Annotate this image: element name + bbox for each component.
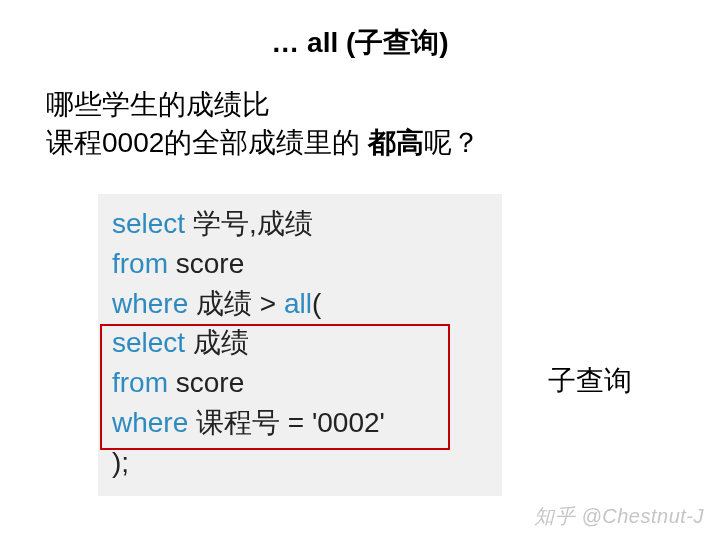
code-line-2: from score bbox=[112, 244, 488, 284]
keyword-from: from bbox=[112, 248, 168, 279]
keyword-where: where bbox=[112, 288, 188, 319]
code-text: score bbox=[168, 248, 244, 279]
code-text: 成绩 > bbox=[188, 288, 284, 319]
slide-title: … all (子查询) bbox=[0, 24, 720, 62]
question-line-2: 课程0002的全部成绩里的 都高呢？ bbox=[46, 124, 480, 162]
code-line-1: select 学号,成绩 bbox=[112, 204, 488, 244]
code-text: ( bbox=[312, 288, 321, 319]
code-text: 学号,成绩 bbox=[185, 208, 313, 239]
question-line-2-suffix: 呢？ bbox=[424, 127, 480, 158]
sql-code-block: select 学号,成绩 from score where 成绩 > all( … bbox=[98, 194, 502, 496]
keyword-where: where bbox=[112, 407, 188, 438]
code-line-7: ); bbox=[112, 443, 488, 483]
question-line-1: 哪些学生的成绩比 bbox=[46, 86, 480, 124]
code-text: 课程号 = '0002' bbox=[188, 407, 385, 438]
keyword-from: from bbox=[112, 367, 168, 398]
annotation-label: 子查询 bbox=[548, 362, 632, 400]
question-line-2-bold: 都高 bbox=[368, 127, 424, 158]
code-line-4: select 成绩 bbox=[112, 323, 488, 363]
code-text: 成绩 bbox=[185, 327, 249, 358]
code-line-6: where 课程号 = '0002' bbox=[112, 403, 488, 443]
keyword-select: select bbox=[112, 208, 185, 239]
question-text: 哪些学生的成绩比 课程0002的全部成绩里的 都高呢？ bbox=[46, 86, 480, 162]
code-line-3: where 成绩 > all( bbox=[112, 284, 488, 324]
keyword-select: select bbox=[112, 327, 185, 358]
watermark-text: 知乎 @Chestnut-J bbox=[534, 503, 704, 530]
code-line-5: from score bbox=[112, 363, 488, 403]
code-text: ); bbox=[112, 447, 129, 478]
question-line-2-prefix: 课程0002的全部成绩里的 bbox=[46, 127, 368, 158]
keyword-all: all bbox=[284, 288, 312, 319]
code-text: score bbox=[168, 367, 244, 398]
